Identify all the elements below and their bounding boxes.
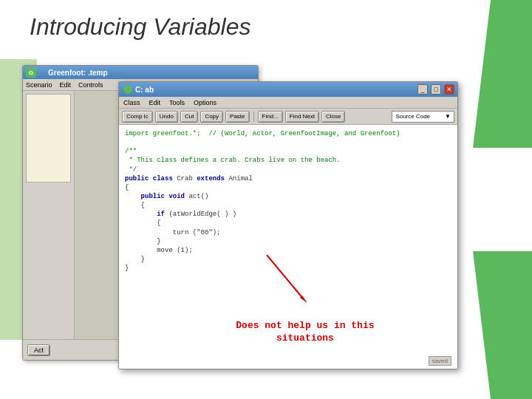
svg-line-0 — [267, 255, 304, 299]
maximize-button[interactable]: □ — [431, 84, 441, 95]
gf-menu-controls[interactable]: Controls — [78, 81, 103, 89]
code-line-3: /** — [125, 147, 451, 156]
code-line-12: turn ("00"); — [125, 228, 451, 237]
code-line-9: { — [125, 201, 451, 210]
code-line-5: */ — [125, 166, 451, 174]
code-line-4: * This class defines a crab. Crabs live … — [125, 156, 451, 165]
window-controls: _ □ ✕ — [416, 84, 454, 95]
act-button[interactable]: Act — [27, 344, 50, 356]
code-editor-body[interactable]: import greenfoot.*; // (World, Actor, Gr… — [119, 125, 457, 351]
greenfoot-app-icon: G — [26, 67, 36, 78]
cut-button[interactable]: Cut — [180, 111, 198, 123]
red-annotation-arrow — [237, 255, 333, 314]
minimize-button[interactable]: _ — [417, 84, 428, 95]
menu-options[interactable]: Options — [194, 99, 216, 106]
dropdown-arrow-icon: ▼ — [445, 113, 451, 120]
undo-button[interactable]: Undo — [155, 111, 178, 123]
find-next-button[interactable]: Find Next — [285, 111, 319, 123]
saved-badge: saved — [429, 356, 451, 366]
compile-button[interactable]: Comp Ic — [122, 111, 153, 123]
code-window-icon — [123, 85, 132, 94]
annotation-container: Does not help us in this situations — [229, 320, 381, 345]
code-toolbar: Comp Ic Undo Cut Copy Paste Find... Find… — [119, 109, 457, 125]
code-editor-window: C: ab _ □ ✕ Class Edit Tools Options Com… — [118, 81, 458, 369]
code-line-13: } — [125, 237, 451, 246]
find-button[interactable]: Find... — [258, 111, 283, 123]
code-line-6: public class Crab extends Animal — [125, 174, 451, 183]
source-dropdown-label: Source Code — [395, 113, 430, 120]
greenfoot-titlebar: G Greenfoot: .temp — [23, 66, 258, 79]
code-line-2 — [125, 138, 451, 147]
greenfoot-sidebar — [23, 91, 75, 360]
code-titlebar: C: ab _ □ ✕ — [119, 82, 457, 97]
bg-decoration-bottom-right — [473, 251, 532, 399]
copy-button[interactable]: Copy — [200, 111, 223, 123]
paste-button[interactable]: Paste — [225, 111, 249, 123]
code-window-title: C: ab — [135, 86, 154, 94]
annotation-text: Does not help us in this situations — [229, 320, 381, 345]
code-line-7: { — [125, 183, 451, 192]
toolbar-separator — [253, 112, 254, 122]
greenfoot-sidebar-item — [26, 94, 71, 183]
close-button[interactable]: ✕ — [444, 84, 454, 95]
gf-menu-scenario[interactable]: Scenario — [26, 81, 52, 89]
code-line-10: if (atWorldEdge( ) ) — [125, 210, 451, 219]
gf-menu-edit[interactable]: Edit — [60, 81, 72, 89]
page-title: Introducing Variables — [30, 13, 250, 41]
code-menubar: Class Edit Tools Options — [119, 97, 457, 109]
menu-edit[interactable]: Edit — [149, 99, 161, 106]
code-line-1: import greenfoot.*; // (World, Actor, Gr… — [125, 129, 451, 138]
greenfoot-window-title: Greenfoot: .temp — [48, 69, 108, 77]
source-dropdown[interactable]: Source Code ▼ — [392, 111, 454, 123]
menu-class[interactable]: Class — [123, 99, 140, 106]
bg-decoration-top-right — [473, 0, 532, 148]
code-line-11: { — [125, 219, 451, 228]
close-editor-button[interactable]: Close — [321, 111, 345, 123]
code-line-8: public void act() — [125, 192, 451, 201]
menu-tools[interactable]: Tools — [169, 99, 185, 106]
svg-marker-1 — [300, 296, 307, 303]
code-line-14: move (1); — [125, 246, 451, 255]
